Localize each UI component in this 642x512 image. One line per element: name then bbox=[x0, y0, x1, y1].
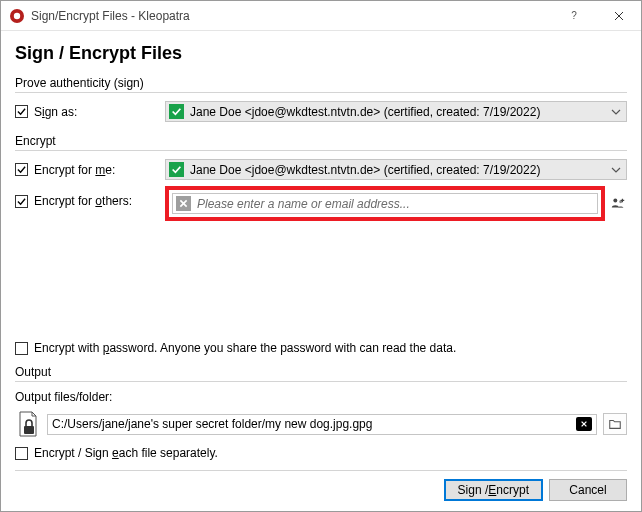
dialog-body: Sign / Encrypt Files Prove authenticity … bbox=[1, 31, 641, 511]
encrypt-others-checkbox[interactable] bbox=[15, 195, 28, 208]
each-file-checkbox[interactable] bbox=[15, 447, 28, 460]
separator bbox=[15, 92, 627, 93]
window-controls: ? bbox=[551, 1, 641, 30]
sign-as-label: Sign as: bbox=[34, 105, 77, 119]
output-row: C:/Users/jane/jane's super secret folder… bbox=[15, 410, 627, 438]
invalid-icon bbox=[176, 196, 191, 211]
sign-encrypt-button[interactable]: Sign / Encrypt bbox=[444, 479, 543, 501]
encrypt-me-label: Encrypt for me: bbox=[34, 163, 115, 177]
clear-output-button[interactable] bbox=[576, 417, 592, 431]
each-file-label: Encrypt / Sign each file separately. bbox=[34, 446, 218, 460]
encrypt-password-label: Encrypt with password. Anyone you share … bbox=[34, 341, 456, 355]
output-path-input[interactable]: C:/Users/jane/jane's super secret folder… bbox=[47, 414, 597, 435]
cancel-button[interactable]: Cancel bbox=[549, 479, 627, 501]
window-title: Sign/Encrypt Files - Kleopatra bbox=[31, 9, 551, 23]
svg-point-3 bbox=[613, 198, 617, 202]
add-recipient-button[interactable] bbox=[609, 195, 627, 213]
encrypt-me-row: Encrypt for me: Jane Doe <jdoe@wkdtest.n… bbox=[15, 159, 627, 180]
encrypt-me-combo[interactable]: Jane Doe <jdoe@wkdtest.ntvtn.de> (certif… bbox=[165, 159, 627, 180]
sign-as-row: Sign as: Jane Doe <jdoe@wkdtest.ntvtn.de… bbox=[15, 101, 627, 122]
help-button[interactable]: ? bbox=[551, 1, 596, 30]
svg-point-1 bbox=[14, 12, 20, 18]
output-path-value: C:/Users/jane/jane's super secret folder… bbox=[52, 417, 570, 431]
encrypt-others-highlight: Please enter a name or email address... bbox=[165, 186, 605, 221]
sign-as-combo[interactable]: Jane Doe <jdoe@wkdtest.ntvtn.de> (certif… bbox=[165, 101, 627, 122]
encrypt-others-label: Encrypt for others: bbox=[34, 194, 132, 208]
sign-as-checkbox[interactable] bbox=[15, 105, 28, 118]
close-button[interactable] bbox=[596, 1, 641, 30]
group-output-label: Output bbox=[15, 365, 627, 379]
encrypted-file-icon bbox=[15, 410, 41, 438]
encrypt-others-row: Encrypt for others: Please enter a name … bbox=[15, 186, 627, 221]
encrypt-others-input[interactable]: Please enter a name or email address... bbox=[172, 193, 598, 214]
kleopatra-icon bbox=[9, 8, 25, 24]
output-path-label: Output files/folder: bbox=[15, 390, 627, 404]
titlebar: Sign/Encrypt Files - Kleopatra ? bbox=[1, 1, 641, 31]
check-icon bbox=[169, 162, 184, 177]
encrypt-password-checkbox[interactable] bbox=[15, 342, 28, 355]
group-encrypt-label: Encrypt bbox=[15, 134, 627, 148]
separator bbox=[15, 470, 627, 471]
each-file-row: Encrypt / Sign each file separately. bbox=[15, 446, 627, 460]
check-icon bbox=[169, 104, 184, 119]
separator bbox=[15, 381, 627, 382]
sign-encrypt-dialog: Sign/Encrypt Files - Kleopatra ? Sign / … bbox=[0, 0, 642, 512]
encrypt-me-value: Jane Doe <jdoe@wkdtest.ntvtn.de> (certif… bbox=[190, 163, 540, 177]
page-title: Sign / Encrypt Files bbox=[15, 43, 627, 64]
separator bbox=[15, 150, 627, 151]
chevron-down-icon bbox=[608, 107, 624, 117]
sign-as-value: Jane Doe <jdoe@wkdtest.ntvtn.de> (certif… bbox=[190, 105, 540, 119]
group-sign-label: Prove authenticity (sign) bbox=[15, 76, 627, 90]
browse-output-button[interactable] bbox=[603, 413, 627, 435]
chevron-down-icon bbox=[608, 165, 624, 175]
encrypt-password-row: Encrypt with password. Anyone you share … bbox=[15, 341, 627, 355]
encrypt-me-checkbox[interactable] bbox=[15, 163, 28, 176]
dialog-footer: Sign / Encrypt Cancel bbox=[15, 479, 627, 505]
encrypt-others-placeholder: Please enter a name or email address... bbox=[197, 197, 410, 211]
svg-rect-5 bbox=[24, 426, 34, 434]
svg-text:?: ? bbox=[571, 11, 577, 21]
